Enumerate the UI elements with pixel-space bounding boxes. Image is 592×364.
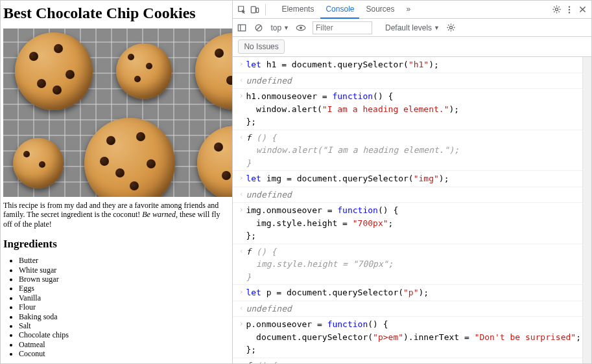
prompt-icon: › <box>237 286 246 299</box>
inspect-icon[interactable] <box>237 5 247 15</box>
live-expression-icon[interactable] <box>296 23 306 33</box>
prompt-icon: › <box>237 58 246 71</box>
code-text: let h1 = document.querySelector("h1"); <box>246 58 581 71</box>
recipe-description[interactable]: This recipe is from my dad and they are … <box>3 201 230 229</box>
cookie-image[interactable] <box>3 28 232 197</box>
console-input-row: ›img.onmouseover = function() { img.styl… <box>233 203 591 244</box>
console-input-row: ›p.onmouseover = function() { document.q… <box>233 317 591 358</box>
ingredient-item: Coconut <box>19 349 230 358</box>
devtools-panel: Elements Console Sources » <box>232 1 591 363</box>
context-selector[interactable]: top ▼ <box>270 23 289 32</box>
svg-point-5 <box>569 12 570 13</box>
issues-bar: No Issues <box>233 37 591 57</box>
gear-icon[interactable] <box>551 5 562 15</box>
code-text: f () { window.alert("I am a heading elem… <box>246 131 581 170</box>
ingredient-item: Butter <box>19 256 230 265</box>
ingredients-list: ButterWhite sugarBrown sugarEggsVanillaF… <box>3 256 230 358</box>
page-title[interactable]: Best Chocolate Chip Cookies <box>3 5 230 22</box>
code-text: let p = document.querySelector("p"); <box>246 286 581 299</box>
sidebar-toggle-icon[interactable] <box>237 23 247 33</box>
device-toggle-icon[interactable] <box>250 5 260 15</box>
return-icon: ‹ <box>237 245 246 284</box>
svg-point-3 <box>569 6 570 7</box>
rendered-page: Best Chocolate Chip Cookies <box>1 1 232 363</box>
ingredient-item: Eggs <box>19 284 230 293</box>
ingredient-item: Oatmeal <box>19 340 230 349</box>
scrollbar[interactable] <box>582 57 591 363</box>
svg-point-2 <box>555 8 558 10</box>
tab-more[interactable]: » <box>401 1 416 19</box>
return-icon: ‹ <box>237 359 246 364</box>
ingredient-item: Chocolate chips <box>19 330 230 339</box>
code-text: undefined <box>246 188 581 201</box>
code-text: p.onmouseover = function() { document.qu… <box>246 318 581 356</box>
tab-sources[interactable]: Sources <box>361 1 399 19</box>
ingredient-item: Vanilla <box>19 293 230 302</box>
svg-point-10 <box>450 26 453 28</box>
return-icon: ‹ <box>237 74 246 87</box>
return-icon: ‹ <box>237 188 246 201</box>
devtools-topbar: Elements Console Sources » <box>233 1 591 19</box>
chevron-down-icon: ▼ <box>434 25 440 31</box>
ingredients-heading: Ingredients <box>3 238 230 251</box>
context-label: top <box>270 23 281 32</box>
desc-em: Be warned <box>142 210 176 219</box>
console-body[interactable]: ›let h1 = document.querySelector("h1");‹… <box>233 57 591 363</box>
console-output-row: ‹f () { window.alert("I am a heading ele… <box>233 130 591 172</box>
svg-point-4 <box>569 8 570 10</box>
console-output-row: ‹undefined <box>233 73 591 89</box>
ingredient-item: Baking soda <box>19 312 230 321</box>
levels-label: Default levels <box>385 23 432 32</box>
code-text: h1.onmouseover = function() { window.ale… <box>246 90 581 128</box>
console-output-row: ‹undefined <box>233 301 591 317</box>
code-text: undefined <box>246 74 581 87</box>
console-output-row: ‹undefined <box>233 187 591 203</box>
tab-elements[interactable]: Elements <box>276 1 319 19</box>
filter-input[interactable] <box>313 21 372 34</box>
code-text: f () { img.style.height = "700px"; } <box>246 245 581 284</box>
clear-console-icon[interactable] <box>254 23 264 33</box>
ingredient-item: Flour <box>19 302 230 312</box>
svg-rect-0 <box>252 6 256 13</box>
prompt-icon: › <box>237 90 246 128</box>
code-text: img.onmouseover = function() { img.style… <box>246 204 581 242</box>
kebab-icon[interactable] <box>564 5 574 15</box>
ingredient-item: White sugar <box>19 266 230 275</box>
close-icon[interactable] <box>577 5 587 15</box>
gear-icon[interactable] <box>446 23 456 33</box>
svg-rect-6 <box>239 25 246 31</box>
code-text: let img = document.querySelector("img"); <box>246 172 581 185</box>
return-icon: ‹ <box>237 302 246 315</box>
console-input-row: ›let img = document.querySelector("img")… <box>233 171 591 187</box>
return-icon: ‹ <box>237 131 246 170</box>
svg-point-9 <box>300 27 302 29</box>
levels-selector[interactable]: Default levels ▼ <box>385 23 440 32</box>
prompt-icon: › <box>237 318 246 356</box>
console-toolbar: top ▼ Default levels ▼ <box>233 19 591 37</box>
code-text: undefined <box>246 302 581 315</box>
prompt-icon: › <box>237 172 246 185</box>
console-input-row: ›let h1 = document.querySelector("h1"); <box>233 57 591 73</box>
console-input-row: ›h1.onmouseover = function() { window.al… <box>233 89 591 130</box>
ingredient-item: Salt <box>19 321 230 330</box>
chevron-down-icon: ▼ <box>283 25 289 31</box>
ingredient-item: Brown sugar <box>19 275 230 284</box>
console-output-row: ‹f () { document.querySelector("p>em").i… <box>233 358 591 364</box>
tab-console[interactable]: Console <box>320 1 359 19</box>
console-input-row: ›let p = document.querySelector("p"); <box>233 285 591 301</box>
svg-rect-1 <box>257 8 259 12</box>
console-output-row: ‹f () { img.style.height = "700px"; } <box>233 244 591 286</box>
prompt-icon: › <box>237 204 246 242</box>
code-text: f () { document.querySelector("p>em").in… <box>246 359 581 364</box>
no-issues-chip[interactable]: No Issues <box>238 40 284 54</box>
